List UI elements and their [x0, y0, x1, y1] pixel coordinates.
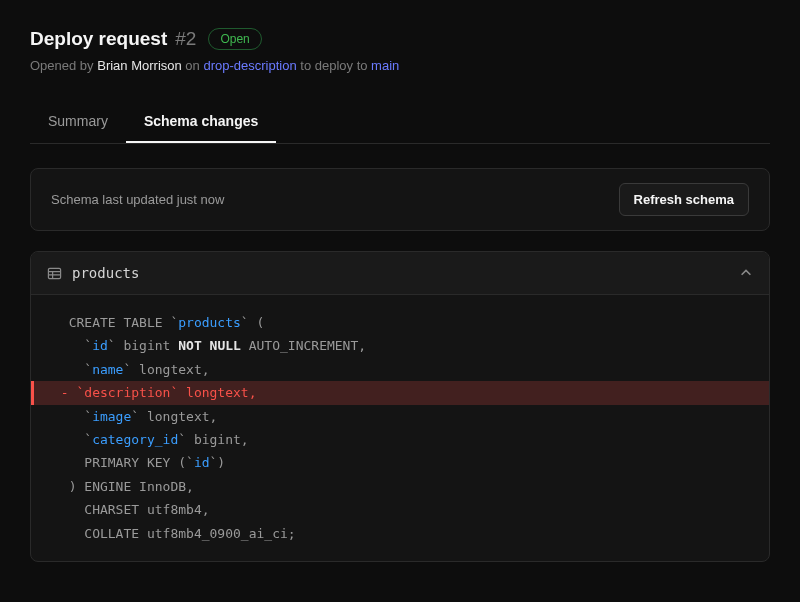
- code-token: ` longtext,: [170, 385, 256, 400]
- code-token: description: [84, 385, 170, 400]
- diff-line: `name` longtext,: [31, 358, 769, 381]
- on-text: on: [182, 58, 204, 73]
- diff-line: PRIMARY KEY (`id`): [31, 451, 769, 474]
- diff-line: ) ENGINE InnoDB,: [31, 475, 769, 498]
- schema-update-card: Schema last updated just now Refresh sch…: [30, 168, 770, 231]
- diff-header[interactable]: products: [31, 252, 769, 295]
- code-token: AUTO_INCREMENT,: [241, 338, 366, 353]
- diff-card: products CREATE TABLE `products` ( `id` …: [30, 251, 770, 562]
- diff-line: CREATE TABLE `products` (: [31, 311, 769, 334]
- code-token: PRIMARY KEY: [53, 455, 170, 470]
- table-icon: [47, 266, 62, 281]
- svg-rect-0: [48, 268, 60, 278]
- status-badge: Open: [208, 28, 261, 50]
- page-title-row: Deploy request #2 Open: [30, 28, 770, 50]
- code-token: CHARSET: [53, 502, 139, 517]
- target-branch-link[interactable]: main: [371, 58, 399, 73]
- diff-line: `id` bigint NOT NULL AUTO_INCREMENT,: [31, 334, 769, 357]
- opened-by-prefix: Opened by: [30, 58, 97, 73]
- deploy-to-text: to deploy to: [297, 58, 371, 73]
- request-number: #2: [175, 28, 196, 50]
- diff-line: `category_id` bigint,: [31, 428, 769, 451]
- code-token: (`: [170, 455, 193, 470]
- code-token: longtext,: [147, 409, 217, 424]
- code-token: bigint,: [194, 432, 249, 447]
- code-token: `: [53, 338, 92, 353]
- code-token: ): [53, 479, 84, 494]
- subheader: Opened by Brian Morrison on drop-descrip…: [30, 58, 770, 73]
- code-token: NOT NULL: [178, 338, 241, 353]
- code-token: longtext,: [139, 362, 209, 377]
- code-token: COLLATE: [53, 526, 139, 541]
- code-token: `: [123, 362, 139, 377]
- code-token: ` (: [241, 315, 264, 330]
- diff-table-name: products: [72, 265, 139, 281]
- code-token: products: [178, 315, 241, 330]
- code-token: utf8mb4_0900_ai_ci;: [139, 526, 296, 541]
- code-token: `: [131, 409, 147, 424]
- tabs: Summary Schema changes: [30, 101, 770, 144]
- code-token: `): [210, 455, 226, 470]
- code-token: ENGINE: [84, 479, 131, 494]
- code-token: `: [178, 432, 194, 447]
- code-token: `: [108, 338, 124, 353]
- code-token: -: [53, 385, 76, 400]
- diff-body: CREATE TABLE `products` ( `id` bigint NO…: [31, 295, 769, 561]
- code-token: id: [194, 455, 210, 470]
- code-token: [53, 315, 69, 330]
- code-token: id: [92, 338, 108, 353]
- diff-line: `image` longtext,: [31, 405, 769, 428]
- code-token: image: [92, 409, 131, 424]
- refresh-schema-button[interactable]: Refresh schema: [619, 183, 749, 216]
- code-token: `: [53, 362, 92, 377]
- diff-line: - `description` longtext,: [31, 381, 769, 404]
- code-token: `: [163, 315, 179, 330]
- tab-summary[interactable]: Summary: [30, 101, 126, 143]
- tab-schema-changes[interactable]: Schema changes: [126, 101, 276, 143]
- chevron-up-icon: [739, 266, 753, 280]
- code-token: utf8mb4,: [139, 502, 209, 517]
- diff-line: CHARSET utf8mb4,: [31, 498, 769, 521]
- code-token: InnoDB,: [131, 479, 194, 494]
- diff-line: COLLATE utf8mb4_0900_ai_ci;: [31, 522, 769, 545]
- code-token: bigint: [123, 338, 170, 353]
- source-branch-link[interactable]: drop-description: [203, 58, 296, 73]
- schema-updated-text: Schema last updated just now: [51, 192, 224, 207]
- code-token: category_id: [92, 432, 178, 447]
- code-token: CREATE TABLE: [69, 315, 163, 330]
- page-title: Deploy request: [30, 28, 167, 50]
- code-token: `: [53, 432, 92, 447]
- author-link[interactable]: Brian Morrison: [97, 58, 182, 73]
- code-token: name: [92, 362, 123, 377]
- code-token: `: [53, 409, 92, 424]
